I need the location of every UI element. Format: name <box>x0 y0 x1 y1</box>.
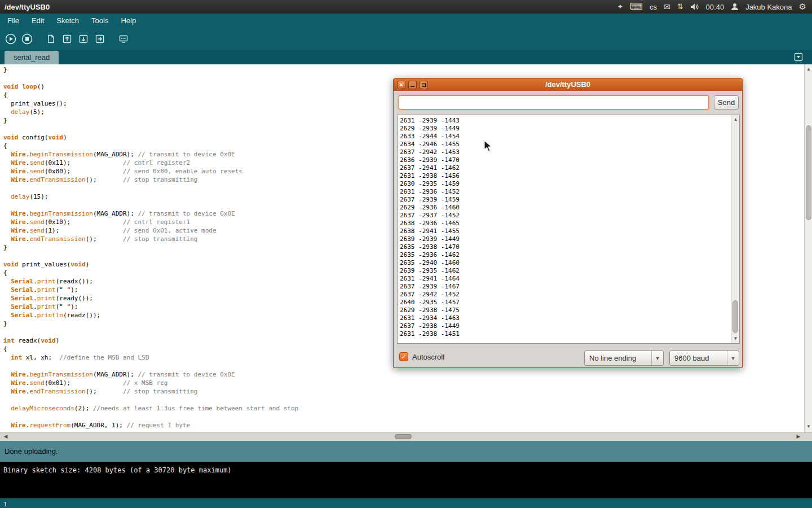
footer-bar: 1 <box>0 498 812 508</box>
verify-button[interactable] <box>4 32 17 46</box>
menu-sketch[interactable]: Sketch <box>50 14 85 28</box>
autoscroll-checkbox[interactable]: ✓ <box>399 352 408 361</box>
serial-controls: ✓ Autoscroll No line ending ▾ 9600 baud … <box>394 349 742 366</box>
tab-menu-icon <box>793 52 804 62</box>
session-gear-icon[interactable]: ⚙ <box>799 0 806 14</box>
serial-scrollbar[interactable]: ▲ ▼ <box>731 115 739 343</box>
clock-label[interactable]: 00:40 <box>706 3 725 11</box>
tab-serial-read[interactable]: serial_read <box>5 51 59 64</box>
menu-edit[interactable]: Edit <box>25 14 50 28</box>
editor-vertical-scrollbar[interactable]: ▲ ▼ <box>804 64 812 432</box>
status-message: Done uploading. <box>0 447 58 456</box>
volume-icon[interactable] <box>690 3 699 11</box>
maximize-button[interactable] <box>420 81 428 89</box>
open-sketch-button[interactable] <box>60 32 74 46</box>
serial-monitor-icon <box>117 33 130 45</box>
new-document-icon <box>45 33 57 45</box>
save-sketch-button[interactable] <box>77 32 90 46</box>
scroll-up-arrow-icon[interactable]: ▲ <box>731 116 740 124</box>
serial-output[interactable]: 2631 -2939 -14432629 -2939 -14492633 -29… <box>398 115 731 343</box>
screen: /dev/ttyUSB0 ✦ ⌨ cs ✉ ⇅ 00:40 Jakub Kako… <box>0 0 812 508</box>
network-sync-icon[interactable]: ⇅ <box>677 0 683 14</box>
menu-file[interactable]: File <box>1 14 25 28</box>
tray-app-icon[interactable]: ✦ <box>617 0 623 14</box>
check-icon: ✓ <box>401 353 407 361</box>
user-icon <box>731 3 739 11</box>
mail-icon[interactable]: ✉ <box>664 0 670 14</box>
serial-monitor-window: × /dev/ttyUSB0 Send 2631 -2939 -14432629… <box>393 78 743 368</box>
stop-button[interactable] <box>20 32 34 46</box>
editor-hscrollbar-thumb[interactable] <box>395 434 412 439</box>
toolbar <box>0 28 812 50</box>
line-ending-select[interactable]: No line ending ▾ <box>584 351 664 366</box>
line-number-indicator: 1 <box>0 500 7 508</box>
scroll-down-arrow-icon[interactable]: ▼ <box>731 335 740 343</box>
keyboard-layout-label[interactable]: cs <box>650 3 657 11</box>
serial-window-title: /dev/ttyUSB0 <box>394 78 742 91</box>
editor-scrollbar-thumb[interactable] <box>806 125 811 220</box>
scroll-left-arrow-icon[interactable]: ◀ <box>1 432 10 441</box>
close-button[interactable]: × <box>397 81 405 89</box>
scroll-right-arrow-icon[interactable]: ▶ <box>794 432 803 441</box>
minimize-icon <box>411 86 414 87</box>
active-window-title: /dev/ttyUSB0 <box>0 3 50 11</box>
menu-tools[interactable]: Tools <box>85 14 114 28</box>
autoscroll-label: Autoscroll <box>412 353 444 361</box>
upload-button[interactable] <box>93 32 107 46</box>
line-ending-value: No line ending <box>585 351 651 365</box>
editor-horizontal-scrollbar[interactable]: ◀ ▶ <box>0 432 812 441</box>
baud-rate-select[interactable]: 9600 baud ▾ <box>669 351 739 366</box>
chevron-down-icon[interactable]: ▾ <box>727 351 739 365</box>
serial-window-titlebar[interactable]: × /dev/ttyUSB0 <box>394 78 742 91</box>
serial-window-body: Send 2631 -2939 -14432629 -2939 -1449263… <box>394 91 742 368</box>
baud-rate-value: 9600 baud <box>670 351 727 365</box>
build-console: Binary sketch size: 4208 bytes (of a 307… <box>0 462 812 498</box>
system-tray: ✦ ⌨ cs ✉ ⇅ 00:40 Jakub Kakona ⚙ <box>617 0 812 14</box>
serial-scrollbar-thumb[interactable] <box>732 300 738 333</box>
serial-send-input[interactable] <box>399 95 709 110</box>
menu-bar: File Edit Sketch Tools Help <box>0 14 812 28</box>
console-line: Binary sketch size: 4208 bytes (of a 307… <box>3 466 812 474</box>
save-down-arrow-icon <box>77 33 90 45</box>
close-icon: × <box>399 81 403 89</box>
keyboard-icon[interactable]: ⌨ <box>630 0 643 14</box>
chevron-down-icon[interactable]: ▾ <box>651 351 663 365</box>
tab-bar: serial_read <box>0 50 812 64</box>
status-bar: Done uploading. <box>0 441 812 462</box>
username-label[interactable]: Jakub Kakona <box>745 3 792 11</box>
minimize-button[interactable] <box>408 81 417 89</box>
scroll-down-arrow-icon[interactable]: ▼ <box>805 423 812 431</box>
menu-help[interactable]: Help <box>114 14 142 28</box>
stop-icon <box>21 33 33 45</box>
tab-menu-button[interactable] <box>793 51 804 63</box>
scroll-up-arrow-icon[interactable]: ▲ <box>805 65 812 73</box>
open-up-arrow-icon <box>61 33 73 45</box>
upload-right-arrow-icon <box>94 33 106 45</box>
serial-monitor-button[interactable] <box>117 32 130 46</box>
send-button[interactable]: Send <box>714 95 739 110</box>
verify-icon <box>5 33 17 45</box>
maximize-icon <box>422 83 426 87</box>
new-sketch-button[interactable] <box>44 32 58 46</box>
serial-output-panel: 2631 -2939 -14432629 -2939 -14492633 -29… <box>397 115 740 344</box>
system-bar: /dev/ttyUSB0 ✦ ⌨ cs ✉ ⇅ 00:40 Jakub Kako… <box>0 0 812 14</box>
